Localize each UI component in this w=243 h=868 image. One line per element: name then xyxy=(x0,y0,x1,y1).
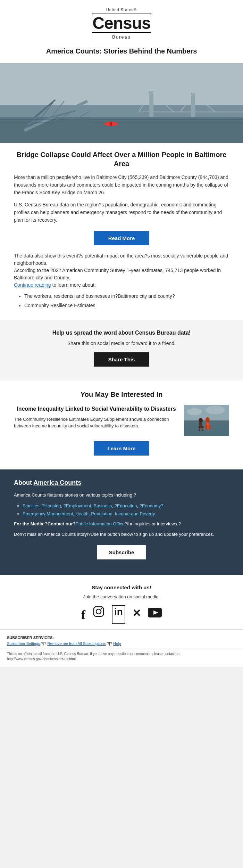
article-paragraph-4: According to the 2022 American Community… xyxy=(14,267,229,281)
svg-rect-6 xyxy=(149,91,153,117)
about-dont-miss: Don?t miss an America Counts story!?Use … xyxy=(14,531,229,538)
about-body: America Counts features stories on vario… xyxy=(14,492,229,499)
header: United States® Census Bureau America Cou… xyxy=(0,0,243,63)
link-income-poverty[interactable]: Income and Poverty xyxy=(115,511,155,516)
about-media-strong: For the Media:?Contact our? xyxy=(14,521,76,526)
about-heading-link[interactable]: America Counts xyxy=(33,479,81,486)
svg-point-30 xyxy=(206,406,225,414)
you-may-section: You May Be Interested In Income Inequali… xyxy=(0,380,243,469)
email-wrapper: United States® Census Bureau America Cou… xyxy=(0,0,243,667)
interest-image-svg xyxy=(184,405,229,436)
share-heading: Help us spread the word about Census Bur… xyxy=(14,329,229,337)
svg-rect-34 xyxy=(199,426,200,431)
svg-point-29 xyxy=(187,408,202,415)
main-content: Bridge Collapse Could Affect Over a Mill… xyxy=(0,143,243,320)
svg-rect-22 xyxy=(110,122,112,126)
remove-all-subscriptions-link[interactable]: Remove me from All Subscriptions xyxy=(48,641,106,646)
interest-image xyxy=(184,405,229,436)
subscriber-label: SUBSCRIBER SERVICES: xyxy=(7,635,236,641)
social-heading: Stay connected with us! xyxy=(14,584,229,592)
bullet-item-1: The workers, residents, and businesses i… xyxy=(24,292,229,300)
svg-point-44 xyxy=(101,608,102,609)
census-logo: United States® Census Bureau xyxy=(92,7,150,40)
link-education[interactable]: ?Education xyxy=(115,503,137,508)
hero-image xyxy=(0,63,243,143)
article-title: Bridge Collapse Could Affect Over a Mill… xyxy=(14,150,229,168)
about-heading-text: About xyxy=(14,479,33,486)
about-links-row1: Families, ?Housing, ?Employment, Busines… xyxy=(23,502,229,510)
subscriber-settings-link[interactable]: Subscriber Settings xyxy=(7,641,40,646)
facebook-icon[interactable]: f xyxy=(81,605,85,624)
bullet-item-2: Community Resilience Estimates xyxy=(24,302,229,309)
bridge-scene-svg xyxy=(0,63,243,143)
svg-point-36 xyxy=(206,417,210,422)
footer-links: Subscriber Settings ?|? Remove me from A… xyxy=(7,641,236,647)
you-may-heading: You May Be Interested In xyxy=(14,389,229,400)
linkedin-icon[interactable]: in xyxy=(112,605,125,624)
interest-item: Income Inequality Linked to Social Vulne… xyxy=(14,405,229,436)
youtube-icon[interactable] xyxy=(148,605,162,624)
continue-reading-para: Continue reading to learn more about: xyxy=(14,281,229,289)
link-population[interactable]: Population xyxy=(91,511,112,516)
link-economy[interactable]: ?Economy? xyxy=(140,503,164,508)
link-families[interactable]: Families xyxy=(23,503,39,508)
article-body: More than a million people who live in B… xyxy=(14,173,229,224)
link-employment[interactable]: ?Employment xyxy=(64,503,91,508)
share-section: Help us spread the word about Census Bur… xyxy=(0,320,243,380)
article-paragraph-3: The data also show this event?s potentia… xyxy=(14,252,229,267)
interest-text: Income Inequality Linked to Social Vulne… xyxy=(14,405,179,429)
read-more-button[interactable]: Read More xyxy=(94,231,149,245)
about-links-list: Families, ?Housing, ?Employment, Busines… xyxy=(14,502,229,517)
social-icons: f in ✕ xyxy=(14,605,229,624)
subscribe-button[interactable]: Subscribe xyxy=(97,545,146,559)
svg-point-43 xyxy=(96,609,101,614)
about-section: About America Counts America Counts feat… xyxy=(0,469,243,575)
newsletter-title: America Counts: Stories Behind the Numbe… xyxy=(7,41,236,60)
share-subtext: Share this on social media or forward it… xyxy=(14,340,229,347)
about-media-text: For the Media:?Contact our?Public Inform… xyxy=(14,521,229,528)
share-this-button[interactable]: Share This xyxy=(94,352,149,367)
svg-rect-7 xyxy=(191,93,195,117)
logo-census: Census xyxy=(92,15,150,32)
interest-item-body: The Community Resilience Estimates Equit… xyxy=(14,416,179,429)
article-paragraph-1: More than a million people who live in B… xyxy=(14,173,229,197)
continue-reading-suffix: to learn more about: xyxy=(51,282,96,288)
svg-rect-19 xyxy=(0,122,243,123)
instagram-icon[interactable] xyxy=(92,605,105,624)
footer-disclaimer: This is an official email from the U.S. … xyxy=(0,648,243,667)
help-link[interactable]: Help xyxy=(113,641,121,646)
logo-bureau: Bureau xyxy=(92,34,150,41)
about-pio-link[interactable]: Public Information Office xyxy=(76,521,125,526)
twitter-x-icon[interactable]: ✕ xyxy=(132,605,141,624)
footer-separator-1: ?|? xyxy=(41,641,47,646)
link-health[interactable]: Health xyxy=(75,511,89,516)
svg-point-41 xyxy=(207,429,213,431)
social-section: Stay connected with us! Join the convers… xyxy=(0,575,243,629)
social-subtext: Join the conversation on social media. xyxy=(14,593,229,600)
svg-rect-18 xyxy=(0,119,243,120)
svg-point-32 xyxy=(199,418,203,423)
about-media-suffix: ?for inquiries or interviews.? xyxy=(125,521,181,526)
learn-more-button[interactable]: Learn More xyxy=(94,441,149,456)
bullet-list: The workers, residents, and businesses i… xyxy=(14,292,229,310)
interest-item-title: Income Inequality Linked to Social Vulne… xyxy=(14,405,179,413)
link-business[interactable]: Business xyxy=(94,503,112,508)
link-emergency[interactable]: Emergency Management xyxy=(23,511,73,516)
article-paragraph-2: U.S. Census Bureau data on the region?s … xyxy=(14,201,229,224)
about-heading: About America Counts xyxy=(14,478,229,488)
footer-separator-2: ?|? xyxy=(107,641,113,646)
logo-united-states: United States® xyxy=(92,7,150,13)
logo-line-bottom xyxy=(92,32,150,33)
footer: SUBSCRIBER SERVICES: Subscriber Settings… xyxy=(0,629,243,648)
about-links-row2: Emergency Management, Health, Population… xyxy=(23,510,229,518)
link-housing[interactable]: ?Housing xyxy=(42,503,61,508)
svg-rect-20 xyxy=(0,126,243,126)
continue-reading-link[interactable]: Continue reading xyxy=(14,282,51,288)
